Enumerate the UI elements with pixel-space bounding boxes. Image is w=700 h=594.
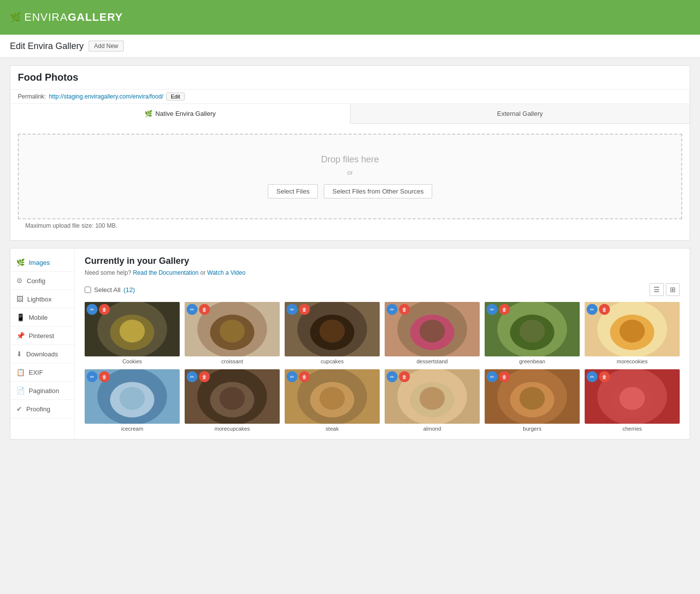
native-tab-label: Native Envira Gallery: [155, 110, 216, 117]
sidebar-item-pinterest[interactable]: 📌 Pinterest: [10, 327, 74, 345]
select-all-checkbox[interactable]: [85, 287, 91, 293]
image-delete-button[interactable]: 🗑: [499, 304, 510, 315]
sidebar-label-images: Images: [29, 259, 50, 266]
image-label: cherries: [585, 426, 680, 432]
doc-link[interactable]: Read the Documentation: [133, 269, 199, 276]
gallery-image-item[interactable]: ✏ 🗑 cupcakes: [285, 302, 380, 364]
image-actions: ✏ 🗑: [587, 371, 610, 382]
select-files-button[interactable]: Select Files: [268, 184, 318, 198]
image-delete-button[interactable]: 🗑: [399, 304, 410, 315]
help-or: or: [200, 269, 207, 276]
grid-view-button[interactable]: ⊞: [666, 283, 680, 296]
image-edit-button[interactable]: ✏: [387, 371, 398, 382]
image-delete-button[interactable]: 🗑: [199, 304, 210, 315]
gallery-image-item[interactable]: ✏ 🗑 morecookies: [585, 302, 680, 364]
permalink-link[interactable]: http://staging.enviragallery.com/envira/…: [49, 93, 163, 100]
gallery-image-item[interactable]: ✏ 🗑 icecream: [85, 369, 180, 432]
sidebar-item-images[interactable]: 🌿 Images: [10, 253, 74, 272]
image-actions: ✏ 🗑: [87, 304, 110, 315]
svg-point-15: [419, 320, 445, 343]
image-actions: ✏ 🗑: [387, 304, 410, 315]
image-edit-button[interactable]: ✏: [87, 371, 98, 382]
gallery-image-item[interactable]: ✏ 🗑 dessertstand: [385, 302, 480, 364]
image-delete-button[interactable]: 🗑: [599, 304, 610, 315]
view-toggle: ☰ ⊞: [650, 283, 680, 296]
image-edit-button[interactable]: ✏: [487, 371, 498, 382]
image-edit-button[interactable]: ✏: [587, 371, 598, 382]
select-files-other-button[interactable]: Select Files from Other Sources: [324, 184, 432, 198]
downloads-icon: ⬇: [16, 350, 22, 358]
list-view-button[interactable]: ☰: [650, 283, 664, 296]
svg-point-39: [419, 387, 445, 410]
image-edit-button[interactable]: ✏: [187, 371, 198, 382]
image-label: Cookies: [85, 358, 180, 364]
gallery-image-item[interactable]: ✏ 🗑 almond: [385, 369, 480, 432]
image-edit-button[interactable]: ✏: [387, 304, 398, 315]
svg-point-3: [119, 320, 145, 343]
image-actions: ✏ 🗑: [187, 304, 210, 315]
image-count: (12): [123, 286, 135, 294]
tab-external[interactable]: External Gallery: [350, 104, 690, 123]
gallery-image-item[interactable]: ✏ 🗑 Cookies: [85, 302, 180, 364]
lightbox-icon: 🖼: [16, 295, 23, 303]
sidebar-item-mobile[interactable]: 📱 Mobile: [10, 308, 74, 327]
image-delete-button[interactable]: 🗑: [299, 371, 310, 382]
permalink-edit-button[interactable]: Edit: [166, 93, 185, 100]
external-tab-label: External Gallery: [497, 110, 543, 117]
image-delete-button[interactable]: 🗑: [199, 371, 210, 382]
image-delete-button[interactable]: 🗑: [99, 304, 110, 315]
svg-point-7: [219, 320, 245, 343]
gallery-title-section: Food Photos: [10, 66, 690, 90]
image-edit-button[interactable]: ✏: [287, 371, 298, 382]
upload-limit: Maximum upload file size: 100 MB.: [18, 219, 682, 235]
image-edit-button[interactable]: ✏: [287, 304, 298, 315]
gallery-image-item[interactable]: ✏ 🗑 morecupcakes: [185, 369, 280, 432]
permalink-bar: Permalink: http://staging.enviragallery.…: [10, 90, 690, 104]
image-edit-button[interactable]: ✏: [487, 304, 498, 315]
sidebar-item-proofing[interactable]: ✔ Proofing: [10, 400, 74, 418]
page-title-bar: Edit Envira Gallery Add New: [0, 35, 700, 58]
image-actions: ✏ 🗑: [387, 371, 410, 382]
sidebar-item-config[interactable]: ⚙ Config: [10, 272, 74, 290]
gallery-image-item[interactable]: ✏ 🗑 greenbean: [485, 302, 580, 364]
gallery-image-item[interactable]: ✏ 🗑 cherries: [585, 369, 680, 432]
drop-text: Drop files here: [321, 154, 379, 165]
select-all-label[interactable]: Select All (12): [85, 286, 135, 294]
gallery-image-item[interactable]: ✏ 🗑 croissant: [185, 302, 280, 364]
image-delete-button[interactable]: 🗑: [299, 304, 310, 315]
sidebar-label-exif: EXIF: [29, 369, 43, 376]
sidebar-item-exif[interactable]: 📋 EXIF: [10, 363, 74, 382]
sidebar-label-lightbox: Lightbox: [27, 296, 51, 303]
svg-point-43: [519, 387, 545, 410]
drop-zone[interactable]: Drop files here or Select Files Select F…: [18, 134, 682, 219]
image-actions: ✏ 🗑: [187, 371, 210, 382]
sidebar-label-mobile: Mobile: [29, 314, 48, 321]
sidebar-item-pagination[interactable]: 📄 Pagination: [10, 382, 74, 400]
image-delete-button[interactable]: 🗑: [499, 371, 510, 382]
sidebar-label-proofing: Proofing: [26, 405, 50, 413]
image-delete-button[interactable]: 🗑: [99, 371, 110, 382]
sidebar-item-downloads[interactable]: ⬇ Downloads: [10, 345, 74, 363]
gallery-edit-panel: Food Photos Permalink: http://staging.en…: [10, 65, 690, 241]
gallery-image-item[interactable]: ✏ 🗑 burgers: [485, 369, 580, 432]
tab-native[interactable]: 🌿 Native Envira Gallery: [10, 104, 350, 124]
gallery-content: Currently in your Gallery Need some help…: [75, 248, 690, 439]
image-edit-button[interactable]: ✏: [187, 304, 198, 315]
image-label: steak: [285, 426, 380, 432]
image-edit-button[interactable]: ✏: [587, 304, 598, 315]
image-label: almond: [385, 426, 480, 432]
image-delete-button[interactable]: 🗑: [599, 371, 610, 382]
image-actions: ✏ 🗑: [87, 371, 110, 382]
gallery-help-text: Need some help? Read the Documentation o…: [85, 269, 680, 276]
video-link[interactable]: Watch a Video: [207, 269, 246, 276]
sidebar-label-downloads: Downloads: [26, 350, 58, 358]
image-edit-button[interactable]: ✏: [87, 304, 98, 315]
gallery-name: Food Photos: [18, 72, 682, 83]
sidebar-label-config: Config: [27, 277, 46, 285]
sidebar-item-lightbox[interactable]: 🖼 Lightbox: [10, 290, 74, 308]
gallery-image-item[interactable]: ✏ 🗑 steak: [285, 369, 380, 432]
image-label: greenbean: [485, 358, 580, 364]
add-new-button[interactable]: Add New: [89, 41, 124, 51]
image-delete-button[interactable]: 🗑: [399, 371, 410, 382]
help-prefix: Need some help?: [85, 269, 131, 276]
